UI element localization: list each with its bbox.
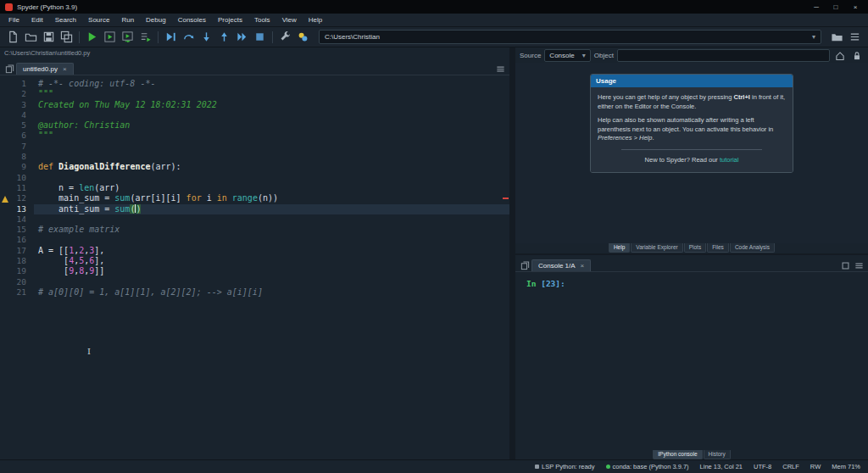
gutter-line[interactable]: 19 — [0, 266, 34, 276]
source-select[interactable]: Console ▾ — [544, 49, 590, 62]
browse-directory-button[interactable] — [828, 29, 846, 45]
code-line[interactable]: # -*- coding: utf-8 -*- — [34, 79, 509, 89]
run-cell-advance-button[interactable] — [119, 29, 136, 45]
code-line[interactable]: A = [[1,2,3], — [34, 246, 509, 256]
interrupt-kernel-button[interactable] — [838, 259, 852, 271]
maximize-button[interactable]: □ — [828, 3, 843, 11]
tab-variable-explorer[interactable]: Variable Explorer — [631, 243, 682, 253]
gutter-line[interactable]: 3 — [0, 100, 34, 110]
gutter-line[interactable]: 10 — [0, 173, 34, 183]
menu-consoles[interactable]: Consoles — [172, 16, 212, 24]
code-line[interactable]: [4,5,6], — [34, 256, 509, 266]
tab-ipython-console[interactable]: IPython console — [653, 450, 702, 459]
console-browse-tabs-button[interactable] — [518, 259, 531, 271]
code-line[interactable] — [34, 142, 509, 152]
code-line[interactable] — [34, 214, 509, 225]
gutter-line[interactable]: 9 — [0, 162, 34, 172]
debug-step-into-button[interactable] — [198, 29, 215, 45]
code-line[interactable] — [34, 235, 509, 245]
tab-close-icon[interactable]: × — [63, 65, 67, 73]
gutter-line[interactable]: 5 — [0, 120, 34, 131]
minimize-button[interactable]: ─ — [809, 3, 824, 11]
gutter-line[interactable]: 13 — [0, 204, 34, 214]
code-line[interactable]: anti_sum = sum() — [34, 204, 509, 214]
code-line[interactable]: main_sum = sum(arr[i][i] for i in range(… — [34, 193, 509, 203]
tab-plots[interactable]: Plots — [684, 243, 706, 253]
gutter-line[interactable]: 21 — [0, 287, 34, 298]
editor-tab-untitled0[interactable]: untitled0.py × — [16, 63, 74, 75]
tutorial-link[interactable]: tutorial — [720, 156, 739, 164]
code-line[interactable] — [34, 152, 509, 162]
vertical-splitter[interactable] — [509, 47, 515, 460]
menu-debug[interactable]: Debug — [140, 16, 172, 24]
debug-button[interactable] — [162, 29, 180, 45]
tab-close-icon[interactable]: × — [581, 262, 585, 270]
code-line[interactable] — [34, 173, 509, 183]
menu-help[interactable]: Help — [303, 16, 328, 24]
gutter-line[interactable]: 2 — [0, 89, 34, 99]
code-line[interactable]: """ — [34, 89, 509, 99]
stop-button[interactable] — [251, 29, 269, 45]
gutter-line[interactable]: 18 — [0, 256, 34, 266]
code-line[interactable]: # example matrix — [34, 225, 509, 235]
code-line[interactable]: def DiagonalDifference(arr): — [34, 162, 509, 172]
debug-continue-button[interactable] — [233, 29, 251, 45]
gutter-line[interactable]: 8 — [0, 152, 34, 162]
console-tab[interactable]: Console 1/A × — [531, 259, 591, 271]
menu-source[interactable]: Source — [82, 16, 115, 24]
gutter-line[interactable]: 15 — [0, 225, 34, 235]
menu-file[interactable]: File — [3, 16, 25, 24]
debug-step-over-button[interactable] — [180, 29, 198, 45]
editor-gutter[interactable]: 123456789101112131415161718192021 — [0, 75, 34, 460]
status-conda-env[interactable]: conda: base (Python 3.9.7) — [606, 463, 689, 470]
menu-projects[interactable]: Projects — [212, 16, 248, 24]
gutter-line[interactable]: 20 — [0, 277, 34, 287]
close-button[interactable]: × — [848, 3, 863, 11]
gutter-line[interactable]: 11 — [0, 183, 34, 193]
open-file-button[interactable] — [22, 29, 40, 45]
editor-code[interactable]: # -*- coding: utf-8 -*-"""Created on Thu… — [34, 75, 509, 460]
debug-step-return-button[interactable] — [215, 29, 233, 45]
browse-tabs-button[interactable] — [3, 63, 16, 75]
menu-run[interactable]: Run — [115, 16, 140, 24]
gutter-line[interactable]: 4 — [0, 110, 34, 120]
code-line[interactable]: n = len(arr) — [34, 183, 509, 193]
code-line[interactable]: # a[0][0] = 1, a[1][1], a[2][2]; --> a[i… — [34, 287, 509, 298]
menu-edit[interactable]: Edit — [25, 16, 49, 24]
code-line[interactable] — [34, 110, 509, 120]
working-directory-input[interactable] — [325, 33, 809, 41]
help-lock-button[interactable] — [850, 50, 864, 62]
console-options-button[interactable] — [852, 259, 865, 271]
pythonpath-button[interactable] — [294, 29, 312, 45]
new-file-button[interactable] — [4, 29, 22, 45]
gutter-line[interactable]: 1 — [0, 79, 34, 89]
menu-search[interactable]: Search — [49, 16, 82, 24]
error-marker[interactable] — [503, 198, 509, 199]
object-input[interactable] — [617, 49, 830, 62]
run-cell-button[interactable] — [101, 29, 119, 45]
tab-history[interactable]: History — [704, 450, 731, 459]
gutter-line[interactable]: 14 — [0, 214, 34, 225]
save-all-button[interactable] — [58, 29, 75, 45]
editor-options-button[interactable] — [493, 63, 507, 75]
working-directory-combo[interactable]: ▾ — [319, 30, 821, 44]
preferences-button[interactable] — [276, 29, 294, 45]
tab-help[interactable]: Help — [609, 243, 630, 253]
tab-files[interactable]: Files — [707, 243, 729, 253]
menu-view[interactable]: View — [276, 16, 303, 24]
run-selection-button[interactable] — [136, 29, 154, 45]
gutter-line[interactable]: 7 — [0, 142, 34, 152]
code-line[interactable] — [34, 277, 509, 287]
code-line[interactable]: Created on Thu May 12 18:02:31 2022 — [34, 100, 509, 110]
editor-annotation-column[interactable] — [502, 75, 509, 460]
toolbar-options-button[interactable] — [846, 29, 864, 45]
code-line[interactable]: """ — [34, 131, 509, 141]
run-button[interactable] — [83, 29, 101, 45]
gutter-line[interactable]: 16 — [0, 235, 34, 245]
gutter-line[interactable]: 12 — [0, 193, 34, 203]
menu-tools[interactable]: Tools — [248, 16, 276, 24]
console-content[interactable]: In [23]: — [515, 272, 868, 450]
help-home-button[interactable] — [833, 50, 847, 62]
gutter-line[interactable]: 17 — [0, 246, 34, 256]
code-line[interactable]: @author: Christian — [34, 120, 509, 131]
